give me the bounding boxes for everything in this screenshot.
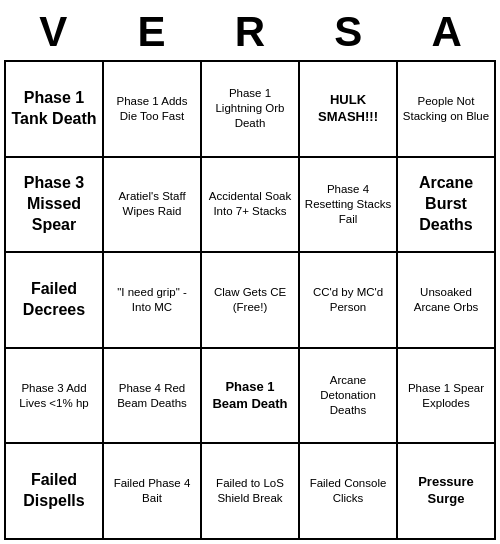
bingo-cell-23[interactable]: Failed Console Clicks	[300, 444, 398, 540]
letter-v: V	[8, 8, 98, 56]
letter-e: E	[107, 8, 197, 56]
bingo-cell-0[interactable]: Phase 1 Tank Death	[6, 62, 104, 158]
bingo-cell-18[interactable]: Arcane Detonation Deaths	[300, 349, 398, 445]
bingo-cell-12[interactable]: Claw Gets CE (Free!)	[202, 253, 300, 349]
letter-r: R	[205, 8, 295, 56]
bingo-cell-20[interactable]: Failed Dispells	[6, 444, 104, 540]
bingo-cell-17[interactable]: Phase 1 Beam Death	[202, 349, 300, 445]
bingo-cell-9[interactable]: Arcane Burst Deaths	[398, 158, 496, 254]
bingo-cell-5[interactable]: Phase 3 Missed Spear	[6, 158, 104, 254]
bingo-cell-21[interactable]: Failed Phase 4 Bait	[104, 444, 202, 540]
bingo-cell-7[interactable]: Accidental Soak Into 7+ Stacks	[202, 158, 300, 254]
header-row: V E R S A	[4, 4, 496, 60]
bingo-cell-19[interactable]: Phase 1 Spear Explodes	[398, 349, 496, 445]
bingo-cell-4[interactable]: People Not Stacking on Blue	[398, 62, 496, 158]
bingo-cell-1[interactable]: Phase 1 Adds Die Too Fast	[104, 62, 202, 158]
bingo-cell-24[interactable]: Pressure Surge	[398, 444, 496, 540]
bingo-cell-8[interactable]: Phase 4 Resetting Stacks Fail	[300, 158, 398, 254]
bingo-cell-3[interactable]: HULK SMASH!!!	[300, 62, 398, 158]
bingo-grid: Phase 1 Tank DeathPhase 1 Adds Die Too F…	[4, 60, 496, 540]
letter-s: S	[303, 8, 393, 56]
bingo-cell-14[interactable]: Unsoaked Arcane Orbs	[398, 253, 496, 349]
bingo-cell-2[interactable]: Phase 1 Lightning Orb Death	[202, 62, 300, 158]
bingo-cell-22[interactable]: Failed to LoS Shield Break	[202, 444, 300, 540]
bingo-cell-6[interactable]: Aratiel's Staff Wipes Raid	[104, 158, 202, 254]
bingo-card: V E R S A Phase 1 Tank DeathPhase 1 Adds…	[0, 0, 500, 544]
letter-a: A	[402, 8, 492, 56]
bingo-cell-11[interactable]: "I need grip" - Into MC	[104, 253, 202, 349]
bingo-cell-13[interactable]: CC'd by MC'd Person	[300, 253, 398, 349]
bingo-cell-10[interactable]: Failed Decrees	[6, 253, 104, 349]
bingo-cell-16[interactable]: Phase 4 Red Beam Deaths	[104, 349, 202, 445]
bingo-cell-15[interactable]: Phase 3 Add Lives <1% hp	[6, 349, 104, 445]
